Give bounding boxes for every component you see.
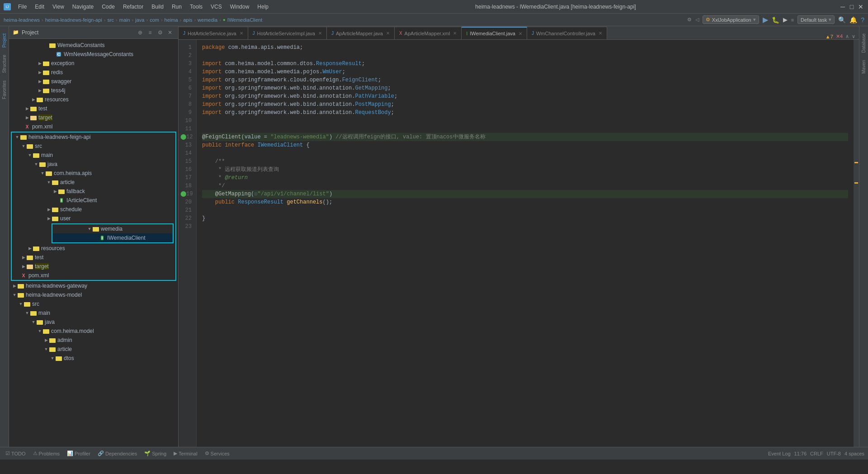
breadcrumb-src[interactable]: src: [107, 17, 114, 23]
settings-button[interactable]: ⚙: [156, 28, 165, 37]
menu-edit[interactable]: Edit: [31, 3, 48, 11]
more-run-button[interactable]: ≡: [791, 17, 794, 23]
tree-item-resources[interactable]: ▶resources: [12, 244, 175, 253]
run-button[interactable]: ▶: [763, 15, 768, 24]
menu-window[interactable]: Window: [226, 3, 253, 11]
tree-item-pom-xml[interactable]: Xpom.xml: [12, 271, 175, 280]
breadcrumb-apis[interactable]: apis: [183, 17, 192, 23]
breadcrumb-project[interactable]: heima-leadnews: [4, 17, 40, 23]
tree-item-article[interactable]: ▼article: [12, 178, 175, 187]
menu-refactor[interactable]: Refactor: [119, 3, 147, 11]
tree-item-resources[interactable]: ▶resources: [9, 95, 178, 104]
tab-close[interactable]: ✕: [599, 31, 602, 36]
tab-hot-article-impl[interactable]: J HotArticleServiceImpl.java ✕: [248, 27, 327, 39]
tree-item-com-heima-model[interactable]: ▼com.heima.model: [9, 327, 178, 336]
tree-item-wmnewsmessageconstants[interactable]: CWmNewsMessageConstants: [9, 50, 178, 59]
tree-item-target[interactable]: ▶target: [12, 262, 175, 271]
tree-item-redis[interactable]: ▶redis: [9, 68, 178, 77]
tree-item-iwemediaclient[interactable]: IIWemediaClient: [52, 233, 173, 242]
scope-button[interactable]: ⊕: [136, 28, 145, 37]
tab-ap-article-xml[interactable]: X ApArticleMapper.xml ✕: [395, 27, 462, 39]
menu-navigate[interactable]: Navigate: [69, 3, 97, 11]
tab-wm-channel-controller[interactable]: J WmChannelController.java ✕: [527, 27, 607, 39]
back-button[interactable]: ◁: [695, 17, 699, 23]
tab-close[interactable]: ✕: [519, 31, 522, 36]
tab-hot-article-service[interactable]: J HotArticleService.java ✕: [179, 27, 248, 39]
default-task-dropdown[interactable]: Default task ▾: [797, 15, 835, 24]
tree-item-test[interactable]: ▶test: [9, 104, 178, 113]
tree-item-test[interactable]: ▶test: [12, 253, 175, 262]
services-button[interactable]: ⚙ Services: [203, 450, 231, 456]
notifications-button[interactable]: 🔔: [849, 16, 857, 24]
tree-item-com-heima-apis[interactable]: ▼com.heima.apis: [12, 169, 175, 178]
breadcrumb-com[interactable]: com: [150, 17, 159, 23]
breadcrumb-wemedia[interactable]: wemedia: [198, 17, 217, 23]
scroll-up[interactable]: ∧: [845, 33, 849, 39]
tree-item-user[interactable]: ▶user: [12, 214, 175, 223]
tree-item-exception[interactable]: ▶exception: [9, 59, 178, 68]
tree-item-src[interactable]: ▼src: [9, 299, 178, 308]
menu-build[interactable]: Build: [148, 3, 167, 11]
tree-item-fallback[interactable]: ▶fallback: [12, 187, 175, 196]
scroll-down[interactable]: ∨: [852, 33, 855, 39]
tab-iwemedia-client[interactable]: I IWemediaClient.java ✕: [462, 27, 527, 39]
vcs-button[interactable]: ⚙: [687, 17, 692, 23]
tree-item-main[interactable]: ▼main: [9, 308, 178, 318]
tab-close[interactable]: ✕: [240, 31, 243, 36]
todo-button[interactable]: ☑ TODO: [4, 450, 28, 456]
profiler-button[interactable]: 📊 Profiler: [65, 450, 92, 456]
minimize-button[interactable]: ─: [839, 3, 846, 10]
tree-item-heima-leadnews-model[interactable]: ▼heima-leadnews-model: [9, 290, 178, 299]
menu-run[interactable]: Run: [168, 3, 185, 11]
menu-tools[interactable]: Tools: [186, 3, 206, 11]
tab-ap-article-mapper[interactable]: J ApArticleMapper.java ✕: [327, 27, 395, 39]
tree-item-wemediaconstants[interactable]: WemediaConstants: [9, 41, 178, 50]
tree-item-heima-leadnews-gateway[interactable]: ▶heima-leadnews-gateway: [9, 281, 178, 290]
tree-item-java[interactable]: ▼java: [12, 160, 175, 169]
close-button[interactable]: ✕: [857, 3, 864, 10]
tree-item-target[interactable]: ▶target: [9, 113, 178, 122]
menu-file[interactable]: File: [14, 3, 30, 11]
event-log-button[interactable]: Event Log: [768, 451, 791, 456]
project-tab[interactable]: Project: [0, 30, 8, 51]
breadcrumb-module[interactable]: heima-leadnews-feign-api: [45, 17, 102, 23]
menu-help[interactable]: Help: [254, 3, 272, 11]
tree-item-tess4j[interactable]: ▶tess4j: [9, 86, 178, 95]
tree-item-src[interactable]: ▼src: [12, 142, 175, 151]
tree-item-heima-leadnews-feign-api[interactable]: ▼heima-leadnews-feign-api: [12, 133, 175, 142]
close-panel-button[interactable]: ✕: [165, 28, 175, 37]
collapse-button[interactable]: ≡: [146, 28, 155, 37]
breadcrumb-main[interactable]: main: [119, 17, 130, 23]
tree-item-iarticleclient[interactable]: IIArticleClient: [12, 196, 175, 205]
maximize-button[interactable]: □: [848, 3, 855, 10]
menu-code[interactable]: Code: [98, 3, 118, 11]
problems-button[interactable]: ⚠ Problems: [31, 450, 61, 456]
breadcrumb-java[interactable]: java: [135, 17, 144, 23]
tree-item-java[interactable]: ▼java: [9, 318, 178, 327]
search-button[interactable]: 🔍: [838, 16, 846, 24]
breadcrumb-heima[interactable]: heima: [165, 17, 178, 23]
tree-item-article[interactable]: ▼article: [9, 345, 178, 354]
run-coverage-button[interactable]: ▶: [783, 16, 788, 23]
tree-item-wemedia[interactable]: ▼wemedia: [52, 224, 173, 233]
tab-close[interactable]: ✕: [386, 31, 390, 36]
debug-button[interactable]: 🐛: [772, 16, 779, 24]
indent-setting[interactable]: 4 spaces: [844, 451, 864, 456]
favorites-tab[interactable]: Favorites: [0, 77, 8, 103]
database-tab[interactable]: Database: [860, 30, 868, 57]
terminal-button[interactable]: ▶ Terminal: [172, 450, 199, 456]
code-editor[interactable]: package com.heima.apis.wemedia; import c…: [197, 40, 854, 447]
tree-item-swagger[interactable]: ▶swagger: [9, 77, 178, 86]
line-ending[interactable]: CRLF: [810, 451, 823, 456]
tab-close[interactable]: ✕: [318, 31, 322, 36]
breadcrumb-file[interactable]: IWemediaClient: [227, 17, 262, 23]
tree-item-main[interactable]: ▼main: [12, 151, 175, 160]
structure-tab[interactable]: Structure: [0, 51, 8, 77]
tab-close[interactable]: ✕: [453, 31, 457, 36]
help-button[interactable]: ?: [861, 16, 864, 24]
menu-view[interactable]: View: [49, 3, 68, 11]
tree-item-dtos[interactable]: ▼dtos: [9, 354, 178, 363]
tree-item-admin[interactable]: ▶admin: [9, 336, 178, 345]
spring-button[interactable]: 🌱 Spring: [142, 450, 168, 456]
dependencies-button[interactable]: 🔗 Dependencies: [96, 450, 139, 456]
